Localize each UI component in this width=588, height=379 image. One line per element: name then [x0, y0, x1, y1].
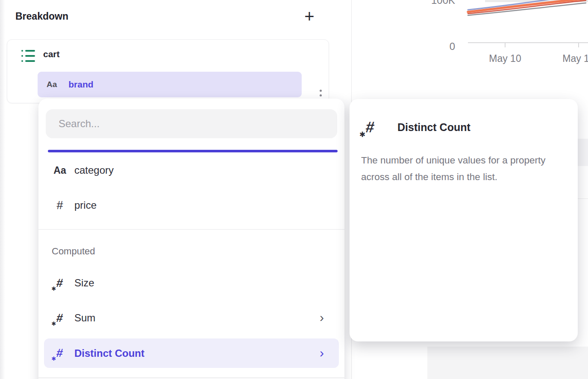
scroll-position-indicator: [48, 150, 338, 152]
y-axis-tick-0: 0: [421, 41, 455, 52]
property-option-category[interactable]: Aa category: [38, 157, 344, 184]
x-axis-tickmark: [505, 43, 506, 47]
property-dropdown: Aa category # price Computed #✱ Size #✱ …: [38, 99, 344, 379]
distinct-count-tooltip: #✱ Distinct Count The number of unique v…: [350, 99, 578, 341]
list-icon: [21, 50, 35, 62]
x-axis-tickmark: [578, 43, 579, 47]
property-option-label: price: [74, 199, 97, 211]
computed-section-label: Computed: [52, 246, 95, 257]
computed-option-distinct-count[interactable]: #✱ Distinct Count ›: [44, 338, 339, 368]
search-box[interactable]: [46, 109, 337, 138]
computed-option-size[interactable]: #✱ Size: [38, 270, 344, 296]
selected-property-pill[interactable]: Aa brand: [38, 72, 302, 97]
computed-number-icon: #✱: [56, 312, 64, 325]
tooltip-title: Distinct Count: [397, 121, 470, 134]
x-axis-label-may12: May 12: [553, 53, 588, 64]
y-axis-tick-100k: 100K: [421, 0, 455, 6]
list-name-label: cart: [43, 49, 60, 59]
tooltip-header: #✱ Distinct Count: [350, 115, 578, 139]
breakdown-section-title: Breakdown: [15, 11, 68, 22]
computed-number-icon: #✱: [56, 347, 64, 360]
table-bottom-band: [427, 347, 588, 379]
x-axis-line: [468, 42, 588, 43]
x-axis-label-may10: May 10: [479, 53, 531, 64]
computed-number-icon: #✱: [366, 118, 374, 136]
selected-property-label: brand: [68, 79, 93, 90]
add-breakdown-button[interactable]: +: [299, 6, 320, 26]
computed-option-label: Size: [74, 277, 94, 289]
chevron-right-icon: ›: [315, 345, 328, 360]
computed-option-label: Sum: [74, 312, 95, 324]
computed-option-sum[interactable]: #✱ Sum ›: [38, 305, 344, 331]
sidebar-edge-shadow: [0, 0, 5, 379]
search-input[interactable]: [46, 118, 337, 130]
computed-number-icon: #✱: [56, 277, 64, 290]
line-chart-series: [466, 0, 588, 20]
computed-option-label: Distinct Count: [74, 347, 144, 359]
number-property-icon: #: [56, 199, 63, 212]
text-property-icon: Aa: [47, 80, 57, 89]
tooltip-description: The number of unique values for a proper…: [361, 152, 563, 185]
cart-list-row[interactable]: cart: [7, 40, 329, 72]
dropdown-section-divider: [38, 229, 344, 230]
property-option-label: category: [74, 164, 114, 176]
property-option-price[interactable]: # price: [38, 192, 344, 219]
chevron-right-icon: ›: [315, 310, 328, 325]
text-property-icon: Aa: [53, 165, 66, 176]
